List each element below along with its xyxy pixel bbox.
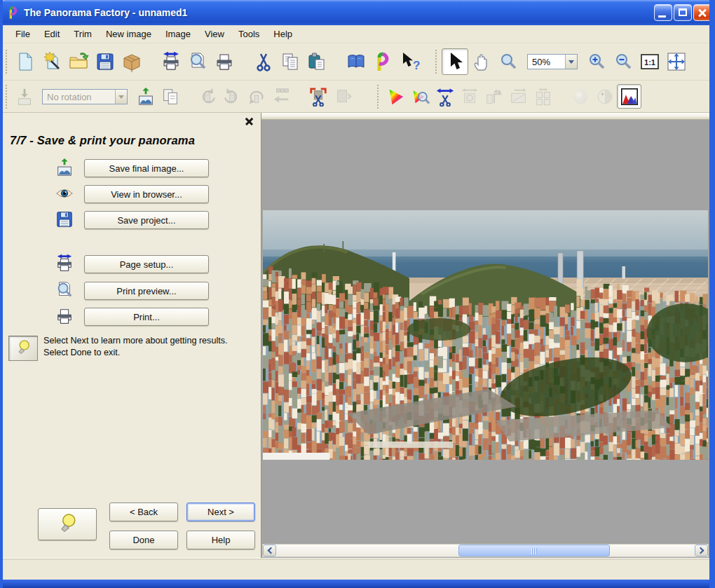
- tile-icon: [533, 87, 553, 107]
- tip-lightbulb-button[interactable]: [38, 508, 97, 540]
- fit-window-button[interactable]: [663, 48, 690, 75]
- minimize-icon: [658, 15, 666, 18]
- rotation-combo[interactable]: No rotation: [42, 89, 128, 104]
- stitch-icon: [271, 87, 291, 107]
- package-icon: [121, 51, 142, 72]
- save-icon: [95, 51, 116, 72]
- lightbulb-icon: [14, 339, 32, 359]
- sphere-icon: [571, 87, 590, 107]
- help-book-icon: [346, 51, 367, 72]
- hand-pan-button[interactable]: [468, 48, 495, 75]
- sphere-button: [568, 84, 592, 109]
- close-button[interactable]: [693, 4, 711, 21]
- new-document-button[interactable]: [12, 48, 39, 75]
- export-image-icon: [55, 158, 74, 179]
- export-image-button[interactable]: [133, 84, 158, 109]
- package-button[interactable]: [118, 48, 145, 75]
- duplicate-button[interactable]: [158, 84, 182, 109]
- minimize-button[interactable]: [654, 4, 672, 21]
- image-viewport[interactable]: [261, 113, 709, 558]
- print-icon: [55, 306, 74, 328]
- menu-trim[interactable]: Trim: [67, 26, 99, 42]
- print-preview-button[interactable]: [184, 48, 211, 75]
- rotate-right-icon: [222, 87, 242, 107]
- tile-button: [531, 84, 555, 109]
- svg-text:1:1: 1:1: [644, 58, 655, 67]
- help-button[interactable]: Help: [186, 531, 255, 549]
- zoom-out-icon: [613, 51, 634, 72]
- chevron-down-icon[interactable]: [565, 55, 577, 69]
- zoom-out-button[interactable]: [610, 48, 636, 75]
- scroll-right-button[interactable]: [695, 545, 708, 556]
- print-preview-button[interactable]: Print preview...: [84, 282, 209, 300]
- standard-toolbar: ?: [3, 43, 423, 80]
- histogram-icon: [620, 87, 639, 107]
- toolbar-grip[interactable]: [377, 85, 379, 109]
- select-arrow-button[interactable]: [442, 48, 468, 75]
- chevron-down-icon[interactable]: [115, 90, 127, 104]
- save-final-image-button[interactable]: Save final image...: [84, 159, 209, 177]
- page-setup-button[interactable]: Page setup...: [84, 255, 209, 273]
- page-setup-button[interactable]: [158, 48, 184, 75]
- help-book-button[interactable]: [343, 48, 369, 75]
- menu-file[interactable]: File: [8, 26, 37, 42]
- toolbar-row-edit: No rotation: [3, 81, 709, 113]
- new-wizard-button[interactable]: [39, 48, 65, 75]
- new-wizard-icon: [41, 51, 62, 72]
- toolbar-grip[interactable]: [6, 50, 8, 74]
- color-gamut-button[interactable]: [383, 84, 408, 109]
- page-setup-icon: [161, 51, 182, 72]
- resize-button: [482, 84, 506, 109]
- zoom-tool-button[interactable]: [495, 48, 522, 75]
- back-button[interactable]: < Back: [109, 502, 178, 521]
- title-bar: The Panorama Factory - unnamed1: [0, 0, 715, 25]
- gamut-inspect-button[interactable]: [408, 84, 433, 109]
- done-button[interactable]: Done: [109, 531, 178, 549]
- print-button[interactable]: [211, 48, 238, 75]
- panel-close-button[interactable]: [244, 116, 255, 128]
- toolbar-grip[interactable]: [435, 50, 437, 74]
- save-icon: [55, 210, 74, 231]
- page-setup-icon: [49, 253, 80, 275]
- save-button[interactable]: [92, 48, 118, 75]
- save-project-button[interactable]: Save project...: [84, 211, 209, 229]
- print-button[interactable]: Print...: [84, 308, 209, 326]
- view-in-browser-button[interactable]: View in browser...: [84, 185, 209, 203]
- menu-image[interactable]: Image: [158, 26, 198, 42]
- menu-view[interactable]: View: [198, 26, 231, 42]
- menu-edit[interactable]: Edit: [37, 26, 67, 42]
- print-preview-icon: [187, 51, 208, 72]
- crop-button[interactable]: [306, 84, 330, 109]
- next-button[interactable]: Next >: [186, 502, 255, 521]
- open-folder-button[interactable]: [65, 48, 92, 75]
- horizontal-scrollbar[interactable]: [262, 544, 709, 557]
- zoom-level-combo[interactable]: 50%: [527, 54, 578, 69]
- cut-button[interactable]: [250, 48, 277, 75]
- trim-button[interactable]: [433, 84, 457, 109]
- scrollbar-thumb[interactable]: [458, 545, 610, 556]
- about-button[interactable]: [369, 48, 396, 75]
- status-bar: [3, 558, 709, 580]
- toolbar-grip[interactable]: [6, 85, 8, 109]
- zoom-in-button[interactable]: [583, 48, 610, 75]
- actual-size-button[interactable]: 1:1: [636, 48, 663, 75]
- menu-bar: FileEditTrimNew imageImageViewToolsHelp: [3, 25, 709, 43]
- window-title: The Panorama Factory - unnamed1: [24, 7, 653, 18]
- hand-pan-icon: [471, 51, 492, 72]
- chevron-right-icon: [697, 547, 704, 554]
- stitch-button: [268, 84, 293, 109]
- menu-tools[interactable]: Tools: [231, 26, 266, 42]
- paste-button[interactable]: [304, 48, 330, 75]
- histogram-button[interactable]: [617, 84, 641, 109]
- fine-tune-button: [457, 84, 482, 109]
- scroll-left-button[interactable]: [263, 545, 276, 556]
- context-help-button[interactable]: ?: [396, 48, 423, 75]
- menu-help[interactable]: Help: [266, 26, 299, 42]
- menu-new-image[interactable]: New image: [99, 26, 158, 42]
- maximize-button[interactable]: [674, 4, 692, 21]
- copy-button[interactable]: [277, 48, 304, 75]
- zoom-tool-icon: [498, 51, 519, 72]
- import-images-button: [12, 84, 36, 109]
- fine-tune-icon: [460, 87, 479, 107]
- lightbulb-icon: [14, 348, 32, 359]
